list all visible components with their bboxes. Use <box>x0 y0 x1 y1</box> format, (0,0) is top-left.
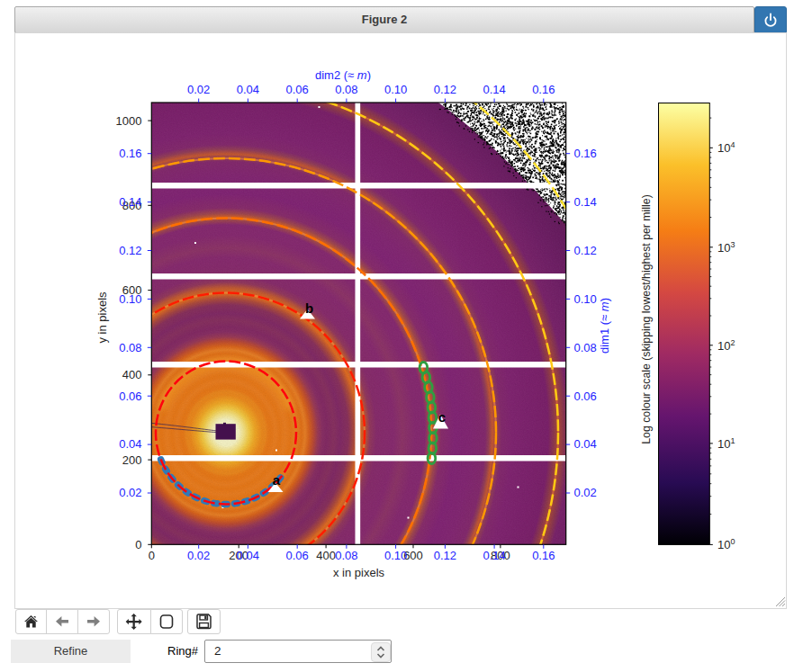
svg-text:0.08: 0.08 <box>335 83 357 96</box>
svg-text:0.02: 0.02 <box>574 486 597 499</box>
svg-text:0.04: 0.04 <box>237 549 259 562</box>
svg-text:0.12: 0.12 <box>574 244 597 257</box>
svg-text:0.08: 0.08 <box>119 341 141 354</box>
svg-text:b: b <box>305 300 313 316</box>
svg-text:0.06: 0.06 <box>574 390 597 403</box>
svg-text:a: a <box>273 472 281 488</box>
svg-text:0: 0 <box>149 549 155 562</box>
svg-text:103: 103 <box>717 240 735 255</box>
svg-text:101: 101 <box>717 436 735 451</box>
svg-text:0.16: 0.16 <box>119 147 141 160</box>
svg-text:0.10: 0.10 <box>384 83 407 96</box>
svg-text:400: 400 <box>122 368 142 381</box>
svg-text:400: 400 <box>316 549 336 562</box>
svg-text:0.12: 0.12 <box>434 549 456 562</box>
svg-text:0.04: 0.04 <box>237 83 259 96</box>
svg-text:dim1 (≈ m): dim1 (≈ m) <box>598 298 611 354</box>
svg-text:y in pixels: y in pixels <box>95 291 109 344</box>
svg-text:0.16: 0.16 <box>574 147 597 160</box>
svg-text:0.12: 0.12 <box>434 83 456 96</box>
svg-text:0.08: 0.08 <box>574 341 597 354</box>
svg-text:0: 0 <box>135 538 141 551</box>
svg-text:0.02: 0.02 <box>187 83 210 96</box>
svg-text:Log colour scale (skipping low: Log colour scale (skipping lowest/highes… <box>640 194 653 444</box>
svg-text:1000: 1000 <box>116 114 142 128</box>
svg-text:104: 104 <box>717 140 735 155</box>
svg-text:c: c <box>438 409 446 425</box>
svg-text:0.10: 0.10 <box>119 292 141 306</box>
svg-text:0.04: 0.04 <box>119 437 141 451</box>
svg-text:0.14: 0.14 <box>574 195 597 209</box>
svg-text:0.06: 0.06 <box>286 549 309 562</box>
svg-text:dim2 (≈ m): dim2 (≈ m) <box>315 68 371 82</box>
svg-text:200: 200 <box>122 453 142 467</box>
svg-text:0.02: 0.02 <box>119 486 141 499</box>
svg-text:0.06: 0.06 <box>119 390 141 403</box>
svg-text:0.14: 0.14 <box>483 83 505 96</box>
svg-text:0.16: 0.16 <box>532 83 555 96</box>
svg-text:0.04: 0.04 <box>574 437 597 451</box>
svg-text:0.12: 0.12 <box>119 244 141 257</box>
svg-text:0.06: 0.06 <box>286 83 309 96</box>
svg-text:0.08: 0.08 <box>335 549 357 562</box>
svg-text:0.16: 0.16 <box>532 549 555 562</box>
svg-text:100: 100 <box>717 537 735 551</box>
svg-text:0.14: 0.14 <box>119 195 141 209</box>
svg-text:0.02: 0.02 <box>187 549 210 562</box>
svg-text:0.10: 0.10 <box>384 549 407 562</box>
svg-text:102: 102 <box>717 338 735 353</box>
svg-text:x in pixels: x in pixels <box>333 566 385 579</box>
svg-text:0.10: 0.10 <box>574 292 597 306</box>
svg-text:0.14: 0.14 <box>483 549 505 562</box>
